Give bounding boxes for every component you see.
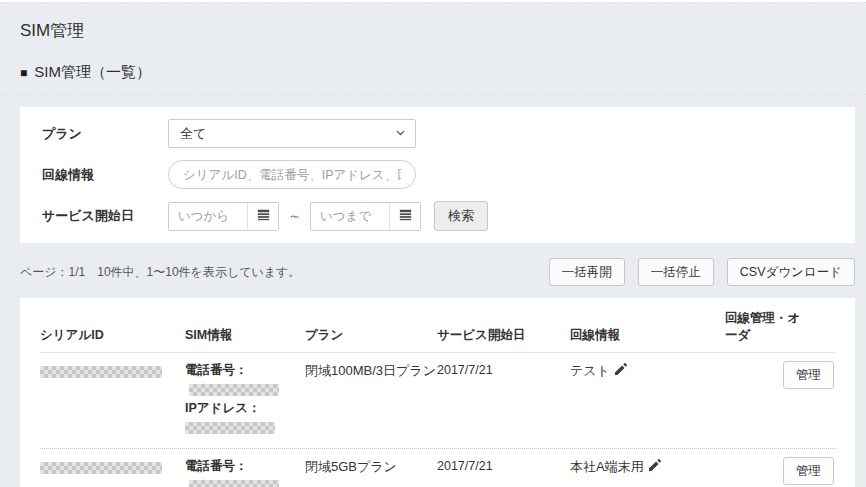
plan-select[interactable]: 全て (168, 119, 416, 148)
plan-cell: 閉域5GBプラン (305, 457, 437, 476)
section-separator (0, 94, 866, 95)
plan-selected-value: 全て (180, 125, 206, 143)
serial-id-cell (40, 361, 185, 380)
plan-filter-row: プラン 全て (40, 119, 835, 148)
service-start-filter-row: サービス開始日 ～ 検索 (40, 201, 835, 231)
line-info-filter-row: 回線情報 (40, 160, 835, 189)
bulk-stop-button[interactable]: 一括停止 (638, 258, 714, 286)
date-to-calendar-button[interactable] (389, 203, 420, 230)
page-title: SIM管理 (20, 19, 866, 42)
sim-table: シリアルID SIM情報 プラン サービス開始日 回線情報 回線管理・オーダ 電… (20, 298, 855, 487)
date-from-input[interactable] (169, 203, 247, 230)
date-from-calendar-button[interactable] (247, 203, 278, 230)
column-header-serial-id: シリアルID (40, 327, 185, 344)
redacted-phone-number (189, 480, 279, 487)
pencil-icon[interactable] (649, 459, 661, 474)
ip-address-label: IPアドレス： (185, 401, 260, 415)
service-start-date-cell: 2017/7/21 (437, 361, 570, 380)
section-title: ■ SIM管理（一覧） (20, 63, 866, 82)
search-button[interactable]: 検索 (434, 201, 488, 231)
line-info-cell: テスト (570, 361, 725, 380)
sim-info-cell: 電話番号： IPアドレス： (185, 457, 305, 487)
top-separator (0, 2, 866, 3)
service-start-date-cell: 2017/7/21 (437, 457, 570, 476)
sim-info-cell: 電話番号： IPアドレス： (185, 361, 305, 437)
redacted-ip-address (185, 422, 275, 434)
list-toolbar: ページ：1/1 10件中、1〜10件を表示しています。 一括再開 一括停止 CS… (20, 243, 855, 298)
manage-cell: 管理 (725, 457, 835, 485)
calendar-icon (399, 208, 412, 224)
bulk-action-buttons: 一括再開 一括停止 CSVダウンロード (549, 258, 855, 286)
bulk-resume-button[interactable]: 一括再開 (549, 258, 625, 286)
date-range-separator: ～ (288, 207, 301, 225)
line-info-cell: 本社A端末用 (570, 457, 725, 476)
pagination-status: ページ：1/1 10件中、1〜10件を表示しています。 (20, 264, 300, 281)
service-start-label: サービス開始日 (40, 207, 168, 225)
redacted-serial-id (40, 366, 162, 378)
date-from-group (168, 202, 279, 231)
section-title-label: SIM管理（一覧） (34, 63, 151, 82)
manage-cell: 管理 (725, 361, 835, 389)
line-info-value: テスト (570, 363, 610, 378)
chevron-down-icon (395, 126, 406, 141)
table-header-row: シリアルID SIM情報 プラン サービス開始日 回線情報 回線管理・オーダ (40, 310, 835, 353)
section-bullet-icon: ■ (20, 66, 27, 80)
date-to-group (310, 202, 421, 231)
csv-download-button[interactable]: CSVダウンロード (727, 258, 855, 286)
column-header-plan: プラン (305, 327, 437, 344)
line-info-value: 本社A端末用 (570, 459, 644, 474)
column-header-line-manage-order: 回線管理・オーダ (725, 310, 835, 344)
date-to-input[interactable] (311, 203, 389, 230)
phone-number-label: 電話番号： (185, 363, 248, 377)
phone-number-label: 電話番号： (185, 459, 248, 473)
column-header-service-start: サービス開始日 (437, 327, 570, 344)
pencil-icon[interactable] (615, 363, 627, 378)
manage-button[interactable]: 管理 (783, 361, 834, 389)
table-body: 電話番号： IPアドレス： 閉域100MB/3日プラン 2017/7/21 テス… (40, 353, 835, 487)
filter-panel: プラン 全て 回線情報 サービス開始日 ～ (20, 107, 855, 243)
line-info-search-input[interactable] (168, 160, 416, 189)
line-info-label: 回線情報 (40, 166, 168, 184)
calendar-icon (257, 208, 270, 224)
redacted-phone-number (189, 384, 279, 396)
plan-label: プラン (40, 125, 168, 143)
column-header-sim-info: SIM情報 (185, 327, 305, 344)
serial-id-cell (40, 457, 185, 476)
table-row: 電話番号： IPアドレス： 閉域5GBプラン 2017/7/21 本社A端末用 … (40, 449, 835, 487)
plan-cell: 閉域100MB/3日プラン (305, 361, 437, 380)
column-header-line-info: 回線情報 (570, 327, 725, 344)
redacted-serial-id (40, 462, 162, 474)
table-row: 電話番号： IPアドレス： 閉域100MB/3日プラン 2017/7/21 テス… (40, 353, 835, 449)
manage-button[interactable]: 管理 (783, 457, 834, 485)
